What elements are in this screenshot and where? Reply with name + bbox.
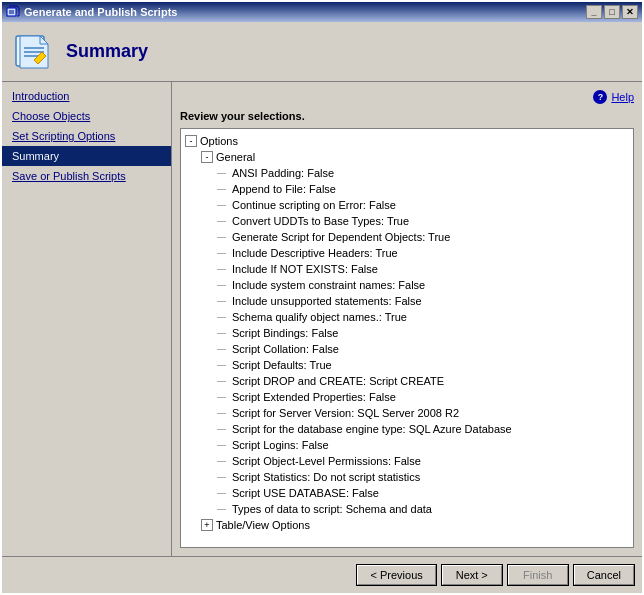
review-label: Review your selections.	[180, 110, 634, 122]
tree-item-extended-properties: — Script Extended Properties: False	[185, 389, 629, 405]
sidebar: Introduction Choose Objects Set Scriptin…	[2, 82, 172, 556]
tree-item-continue-scripting: — Continue scripting on Error: False	[185, 197, 629, 213]
general-expander[interactable]: -	[201, 151, 213, 163]
tree-item-script-bindings: — Script Bindings: False	[185, 325, 629, 341]
tree-item-server-version: — Script for Server Version: SQL Server …	[185, 405, 629, 421]
root-expander[interactable]: -	[185, 135, 197, 147]
tree-item-append-file: — Append to File: False	[185, 181, 629, 197]
tree-item-script-use-database: — Script USE DATABASE: False	[185, 485, 629, 501]
title-bar: Generate and Publish Scripts _ □ ✕	[2, 2, 642, 22]
page-title: Summary	[66, 41, 148, 62]
cancel-button[interactable]: Cancel	[574, 565, 634, 585]
help-label: Help	[611, 91, 634, 103]
sidebar-item-introduction[interactable]: Introduction	[2, 86, 171, 106]
maximize-button[interactable]: □	[604, 5, 620, 19]
tree-item-generate-dependent: — Generate Script for Dependent Objects:…	[185, 229, 629, 245]
tree-item-include-if-not-exists: — Include If NOT EXISTS: False	[185, 261, 629, 277]
finish-button[interactable]: Finish	[508, 565, 568, 585]
sidebar-item-summary[interactable]: Summary	[2, 146, 171, 166]
tree-item-types-of-data: — Types of data to script: Schema and da…	[185, 501, 629, 517]
tree-item-object-level-permissions: — Script Object-Level Permissions: False	[185, 453, 629, 469]
tree-item-descriptive-headers: — Include Descriptive Headers: True	[185, 245, 629, 261]
window-title: Generate and Publish Scripts	[24, 6, 586, 18]
tree-item-convert-uddts: — Convert UDDTs to Base Types: True	[185, 213, 629, 229]
help-icon: ?	[593, 90, 607, 104]
sidebar-item-set-scripting-options[interactable]: Set Scripting Options	[2, 126, 171, 146]
header-icon	[14, 32, 54, 72]
tree-item-script-drop-create: — Script DROP and CREATE: Script CREATE	[185, 373, 629, 389]
tree-item-ansi-padding: — ANSI Padding: False	[185, 165, 629, 181]
previous-button[interactable]: < Previous	[357, 565, 435, 585]
main-content: ? Help Review your selections. - Options	[172, 82, 642, 556]
next-button[interactable]: Next >	[442, 565, 502, 585]
sidebar-item-save-publish[interactable]: Save or Publish Scripts	[2, 166, 171, 186]
tree-item-schema-qualify: — Schema qualify object names.: True	[185, 309, 629, 325]
tree-item-system-constraint: — Include system constraint names: False	[185, 277, 629, 293]
tree-section-general: - General	[185, 149, 629, 165]
tree-root-options: - Options	[185, 133, 629, 149]
window-icon	[6, 5, 20, 19]
tree-item-script-statistics: — Script Statistics: Do not script stati…	[185, 469, 629, 485]
tree-item-unsupported-statements: — Include unsupported statements: False	[185, 293, 629, 309]
button-panel: < Previous Next > Finish Cancel	[2, 556, 642, 593]
tree-section-table-view: + Table/View Options	[185, 517, 629, 533]
tree-item-script-defaults: — Script Defaults: True	[185, 357, 629, 373]
root-label: Options	[200, 133, 238, 149]
tree-item-script-logins: — Script Logins: False	[185, 437, 629, 453]
tree-item-script-collation: — Script Collation: False	[185, 341, 629, 357]
close-button[interactable]: ✕	[622, 5, 638, 19]
help-link[interactable]: ? Help	[593, 90, 634, 104]
header-panel: Summary	[2, 22, 642, 82]
help-row: ? Help	[180, 90, 634, 104]
svg-rect-0	[7, 8, 16, 16]
main-window: Generate and Publish Scripts _ □ ✕ Summa…	[0, 0, 644, 595]
tree-item-database-engine-type: — Script for the database engine type: S…	[185, 421, 629, 437]
sidebar-item-choose-objects[interactable]: Choose Objects	[2, 106, 171, 126]
general-label: General	[216, 149, 255, 165]
content-area: Introduction Choose Objects Set Scriptin…	[2, 82, 642, 556]
table-view-expander[interactable]: +	[201, 519, 213, 531]
table-view-label: Table/View Options	[216, 517, 310, 533]
options-tree[interactable]: - Options - General	[180, 128, 634, 548]
minimize-button[interactable]: _	[586, 5, 602, 19]
window-controls: _ □ ✕	[586, 5, 638, 19]
